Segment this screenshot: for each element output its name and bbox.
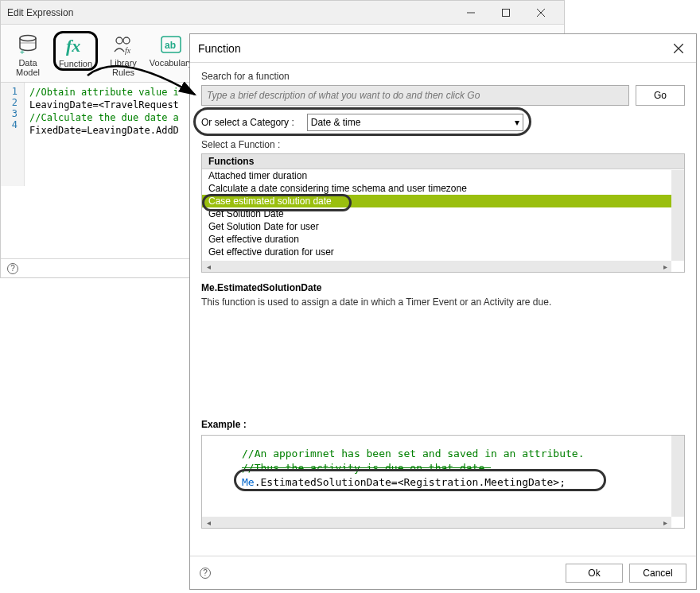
category-row: Or select a Category : Date & time ▾ [201, 114, 685, 131]
scroll-left-icon[interactable]: ◂ [202, 517, 215, 528]
ribbon-function[interactable]: fx Function [53, 31, 98, 71]
example-label: Example : [201, 419, 685, 430]
functions-header: Functions [202, 154, 684, 169]
svg-text:+: + [20, 48, 25, 55]
minimize-button[interactable] [454, 2, 488, 24]
ok-button[interactable]: Ok [566, 564, 623, 583]
scrollbar-vertical[interactable] [671, 436, 684, 517]
svg-rect-1 [503, 9, 510, 16]
help-icon[interactable]: ? [7, 263, 18, 274]
close-button[interactable] [524, 2, 558, 24]
function-item[interactable]: Get effective duration [202, 233, 684, 246]
dialog-header: Function [190, 34, 696, 63]
help-icon[interactable]: ? [200, 568, 211, 579]
dialog-body: Search for a function Go Or select a Cat… [190, 63, 696, 556]
svg-text:fx: fx [125, 46, 131, 55]
function-item[interactable]: Get Solution Date [202, 207, 684, 220]
ribbon-data-model[interactable]: + DataModel [6, 31, 50, 79]
svg-point-9 [123, 37, 130, 44]
ribbon-vocabulary[interactable]: ab Vocabulary [149, 31, 193, 69]
ab-icon: ab [157, 33, 185, 56]
chevron-down-icon: ▾ [515, 117, 519, 128]
scrollbar-horizontal[interactable]: ◂ ▸ [202, 261, 671, 272]
select-function-label: Select a Function : [201, 139, 685, 150]
function-item-selected[interactable]: Case estimated solution date [202, 195, 684, 207]
ribbon-label: Function [59, 59, 92, 68]
go-button[interactable]: Go [636, 85, 685, 106]
scrollbar-vertical[interactable] [671, 170, 684, 261]
ribbon-label: Vocabulary [150, 58, 192, 68]
scroll-left-icon[interactable]: ◂ [202, 262, 215, 271]
scrollbar-horizontal[interactable]: ◂ ▸ [202, 517, 671, 528]
dialog-footer: ? Ok Cancel [190, 556, 696, 589]
cancel-button[interactable]: Cancel [629, 564, 686, 583]
close-icon[interactable] [669, 39, 688, 58]
ribbon-label: DataModel [16, 58, 40, 77]
fx-icon: fx [61, 33, 90, 57]
function-description: This function is used to assign a date i… [201, 296, 685, 308]
svg-text:ab: ab [165, 40, 176, 51]
svg-point-4 [20, 36, 36, 41]
svg-text:fx: fx [66, 36, 80, 56]
function-item[interactable]: Attached timer duration [202, 169, 684, 182]
function-signature: Me.EstimatedSolutionDate [201, 282, 685, 293]
function-items[interactable]: Attached timer duration Calculate a date… [202, 169, 684, 272]
function-item[interactable]: Calculate a date considering time schema… [202, 182, 684, 195]
window-title: Edit Expression [7, 7, 73, 18]
function-list: Functions Attached timer duration Calcul… [201, 153, 685, 273]
function-item[interactable]: Get effective duration for user [202, 246, 684, 258]
people-fx-icon: fx [109, 33, 138, 56]
function-dialog: Function Search for a function Go Or sel… [189, 33, 697, 590]
window-controls [454, 2, 558, 24]
category-select[interactable]: Date & time ▾ [307, 114, 523, 131]
ribbon-library-rules[interactable]: fx LibraryRules [101, 31, 146, 79]
example-box: //An apporimnet has been set and saved i… [201, 435, 685, 529]
gutter: 1 2 3 4 [1, 83, 25, 186]
database-icon: + [14, 33, 42, 56]
example-code: //An apporimnet has been set and saved i… [242, 447, 676, 490]
scroll-right-icon[interactable]: ▸ [659, 517, 671, 528]
function-item[interactable]: Get Solution Date for user [202, 220, 684, 233]
search-row: Go [201, 85, 685, 106]
dialog-title: Function [198, 42, 241, 55]
ribbon-label: LibraryRules [110, 58, 137, 77]
svg-point-8 [116, 37, 122, 44]
category-label: Or select a Category : [201, 117, 294, 128]
maximize-button[interactable] [489, 2, 523, 24]
scroll-right-icon[interactable]: ▸ [659, 262, 671, 271]
search-label: Search for a function [201, 71, 685, 82]
titlebar: Edit Expression [1, 1, 564, 25]
search-input[interactable] [201, 85, 629, 106]
